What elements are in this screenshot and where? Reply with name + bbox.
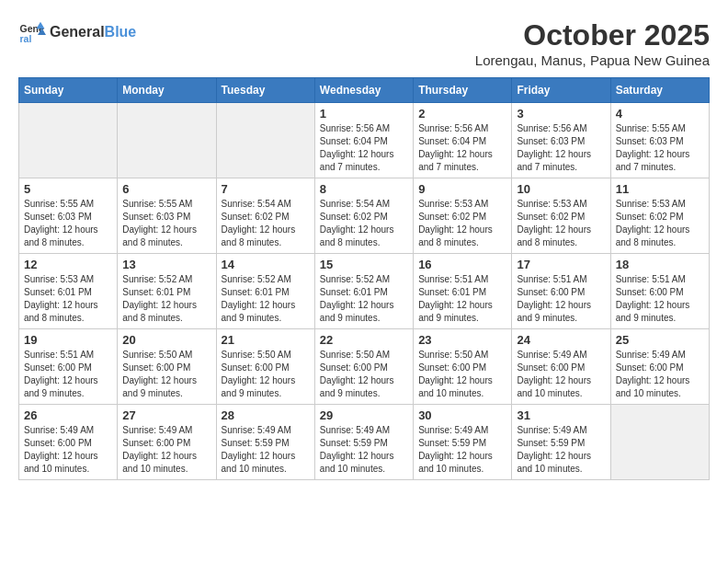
- weekday-header: Wednesday: [314, 78, 413, 103]
- logo-line2: Blue: [105, 24, 137, 40]
- day-info: Sunrise: 5:52 AM Sunset: 6:01 PM Dayligh…: [222, 273, 310, 325]
- day-info: Sunrise: 5:53 AM Sunset: 6:02 PM Dayligh…: [616, 198, 704, 249]
- calendar-day-cell: 25Sunrise: 5:49 AM Sunset: 6:00 PM Dayli…: [610, 329, 709, 405]
- day-number: 26: [24, 408, 112, 422]
- calendar-week-row: 12Sunrise: 5:53 AM Sunset: 6:01 PM Dayli…: [19, 254, 710, 329]
- day-number: 2: [418, 107, 506, 121]
- calendar-day-cell: 11Sunrise: 5:53 AM Sunset: 6:02 PM Dayli…: [610, 178, 709, 254]
- calendar-day-cell: 2Sunrise: 5:56 AM Sunset: 6:04 PM Daylig…: [414, 103, 512, 178]
- day-info: Sunrise: 5:49 AM Sunset: 6:00 PM Dayligh…: [122, 424, 210, 476]
- calendar-week-row: 26Sunrise: 5:49 AM Sunset: 6:00 PM Dayli…: [19, 405, 710, 480]
- day-info: Sunrise: 5:51 AM Sunset: 6:01 PM Dayligh…: [418, 273, 506, 325]
- calendar-day-cell: 10Sunrise: 5:53 AM Sunset: 6:02 PM Dayli…: [512, 178, 610, 254]
- page-header: Gene ral GeneralBlue October 2025 Loreng…: [18, 18, 710, 68]
- day-info: Sunrise: 5:50 AM Sunset: 6:00 PM Dayligh…: [320, 349, 408, 400]
- day-info: Sunrise: 5:55 AM Sunset: 6:03 PM Dayligh…: [24, 198, 112, 249]
- calendar-day-cell: 15Sunrise: 5:52 AM Sunset: 6:01 PM Dayli…: [314, 254, 413, 329]
- day-number: 24: [517, 333, 605, 347]
- calendar-header-row: SundayMondayTuesdayWednesdayThursdayFrid…: [19, 78, 710, 103]
- logo: Gene ral GeneralBlue: [18, 18, 136, 46]
- calendar-day-cell: 23Sunrise: 5:50 AM Sunset: 6:00 PM Dayli…: [414, 329, 512, 405]
- weekday-header: Sunday: [19, 78, 118, 103]
- day-number: 3: [517, 107, 605, 121]
- day-number: 30: [418, 408, 506, 422]
- calendar-day-cell: 20Sunrise: 5:50 AM Sunset: 6:00 PM Dayli…: [118, 329, 216, 405]
- day-info: Sunrise: 5:52 AM Sunset: 6:01 PM Dayligh…: [320, 273, 408, 325]
- weekday-header: Monday: [118, 78, 216, 103]
- day-number: 25: [616, 333, 704, 347]
- svg-text:ral: ral: [20, 33, 32, 44]
- calendar-day-cell: 14Sunrise: 5:52 AM Sunset: 6:01 PM Dayli…: [216, 254, 314, 329]
- day-number: 11: [616, 182, 704, 196]
- calendar-day-cell: 6Sunrise: 5:55 AM Sunset: 6:03 PM Daylig…: [118, 178, 216, 254]
- calendar-week-row: 5Sunrise: 5:55 AM Sunset: 6:03 PM Daylig…: [19, 178, 710, 254]
- month-title: October 2025: [475, 18, 710, 52]
- calendar-day-cell: 27Sunrise: 5:49 AM Sunset: 6:00 PM Dayli…: [118, 405, 216, 480]
- day-number: 15: [320, 258, 408, 271]
- calendar-week-row: 19Sunrise: 5:51 AM Sunset: 6:00 PM Dayli…: [19, 329, 710, 405]
- calendar-day-cell: 5Sunrise: 5:55 AM Sunset: 6:03 PM Daylig…: [19, 178, 118, 254]
- day-number: 29: [320, 408, 408, 422]
- day-number: 13: [122, 258, 210, 271]
- logo-line1: General: [50, 24, 105, 40]
- day-number: 22: [320, 333, 408, 347]
- calendar-day-cell: 29Sunrise: 5:49 AM Sunset: 5:59 PM Dayli…: [314, 405, 413, 480]
- calendar-week-row: 1Sunrise: 5:56 AM Sunset: 6:04 PM Daylig…: [19, 103, 710, 178]
- calendar-day-cell: 4Sunrise: 5:55 AM Sunset: 6:03 PM Daylig…: [610, 103, 709, 178]
- day-number: 7: [222, 182, 310, 196]
- calendar-day-cell: 13Sunrise: 5:52 AM Sunset: 6:01 PM Dayli…: [118, 254, 216, 329]
- location-subtitle: Lorengau, Manus, Papua New Guinea: [475, 52, 710, 68]
- day-info: Sunrise: 5:53 AM Sunset: 6:01 PM Dayligh…: [24, 273, 112, 325]
- day-number: 4: [616, 107, 704, 121]
- day-number: 21: [222, 333, 310, 347]
- day-info: Sunrise: 5:51 AM Sunset: 6:00 PM Dayligh…: [24, 349, 112, 400]
- calendar-day-cell: 22Sunrise: 5:50 AM Sunset: 6:00 PM Dayli…: [314, 329, 413, 405]
- day-info: Sunrise: 5:50 AM Sunset: 6:00 PM Dayligh…: [122, 349, 210, 400]
- day-number: 20: [122, 333, 210, 347]
- title-block: October 2025 Lorengau, Manus, Papua New …: [475, 18, 710, 68]
- calendar-table: SundayMondayTuesdayWednesdayThursdayFrid…: [18, 77, 710, 480]
- day-number: 1: [320, 107, 408, 121]
- day-info: Sunrise: 5:49 AM Sunset: 6:00 PM Dayligh…: [517, 349, 605, 400]
- calendar-day-cell: 9Sunrise: 5:53 AM Sunset: 6:02 PM Daylig…: [414, 178, 512, 254]
- logo-icon: Gene ral: [18, 18, 46, 46]
- weekday-header: Friday: [512, 78, 610, 103]
- day-number: 8: [320, 182, 408, 196]
- calendar-day-cell: [19, 103, 118, 178]
- calendar-day-cell: 30Sunrise: 5:49 AM Sunset: 5:59 PM Dayli…: [414, 405, 512, 480]
- day-info: Sunrise: 5:49 AM Sunset: 6:00 PM Dayligh…: [616, 349, 704, 400]
- day-info: Sunrise: 5:50 AM Sunset: 6:00 PM Dayligh…: [222, 349, 310, 400]
- day-number: 27: [122, 408, 210, 422]
- day-number: 10: [517, 182, 605, 196]
- day-info: Sunrise: 5:56 AM Sunset: 6:04 PM Dayligh…: [418, 122, 506, 174]
- day-number: 23: [418, 333, 506, 347]
- day-number: 18: [616, 258, 704, 271]
- calendar-day-cell: [216, 103, 314, 178]
- weekday-header: Tuesday: [216, 78, 314, 103]
- calendar-day-cell: 28Sunrise: 5:49 AM Sunset: 5:59 PM Dayli…: [216, 405, 314, 480]
- day-number: 9: [418, 182, 506, 196]
- calendar-day-cell: 12Sunrise: 5:53 AM Sunset: 6:01 PM Dayli…: [19, 254, 118, 329]
- calendar-day-cell: 31Sunrise: 5:49 AM Sunset: 5:59 PM Dayli…: [512, 405, 610, 480]
- calendar-day-cell: 3Sunrise: 5:56 AM Sunset: 6:03 PM Daylig…: [512, 103, 610, 178]
- calendar-day-cell: [118, 103, 216, 178]
- day-info: Sunrise: 5:49 AM Sunset: 5:59 PM Dayligh…: [320, 424, 408, 476]
- day-info: Sunrise: 5:49 AM Sunset: 6:00 PM Dayligh…: [24, 424, 112, 476]
- day-info: Sunrise: 5:55 AM Sunset: 6:03 PM Dayligh…: [616, 122, 704, 174]
- day-number: 19: [24, 333, 112, 347]
- day-info: Sunrise: 5:49 AM Sunset: 5:59 PM Dayligh…: [418, 424, 506, 476]
- calendar-day-cell: 8Sunrise: 5:54 AM Sunset: 6:02 PM Daylig…: [314, 178, 413, 254]
- day-number: 6: [122, 182, 210, 196]
- calendar-day-cell: 21Sunrise: 5:50 AM Sunset: 6:00 PM Dayli…: [216, 329, 314, 405]
- day-number: 31: [517, 408, 605, 422]
- day-info: Sunrise: 5:55 AM Sunset: 6:03 PM Dayligh…: [122, 198, 210, 249]
- day-info: Sunrise: 5:51 AM Sunset: 6:00 PM Dayligh…: [616, 273, 704, 325]
- day-number: 14: [222, 258, 310, 271]
- calendar-day-cell: 18Sunrise: 5:51 AM Sunset: 6:00 PM Dayli…: [610, 254, 709, 329]
- calendar-day-cell: [610, 405, 709, 480]
- day-info: Sunrise: 5:53 AM Sunset: 6:02 PM Dayligh…: [418, 198, 506, 249]
- calendar-day-cell: 17Sunrise: 5:51 AM Sunset: 6:00 PM Dayli…: [512, 254, 610, 329]
- calendar-day-cell: 16Sunrise: 5:51 AM Sunset: 6:01 PM Dayli…: [414, 254, 512, 329]
- weekday-header: Thursday: [414, 78, 512, 103]
- day-info: Sunrise: 5:53 AM Sunset: 6:02 PM Dayligh…: [517, 198, 605, 249]
